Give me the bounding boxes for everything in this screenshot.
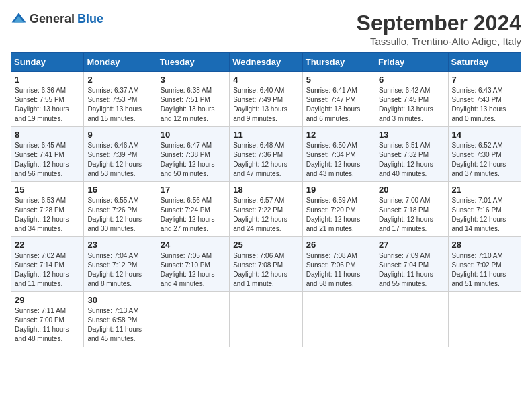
header-day-saturday: Saturday xyxy=(448,53,521,72)
day-number: 12 xyxy=(306,130,371,140)
week-row-2: 8Sunrise: 6:45 AMSunset: 7:41 PMDaylight… xyxy=(11,127,521,182)
cell-sun-info: Sunrise: 6:43 AMSunset: 7:43 PMDaylight:… xyxy=(452,86,517,124)
header-day-thursday: Thursday xyxy=(302,53,375,72)
cell-sun-info: Sunrise: 6:37 AMSunset: 7:53 PMDaylight:… xyxy=(87,86,152,124)
calendar-cell xyxy=(157,292,229,347)
calendar-cell: 19Sunrise: 6:59 AMSunset: 7:20 PMDayligh… xyxy=(302,182,375,237)
header-day-wednesday: Wednesday xyxy=(230,53,302,72)
calendar-cell: 13Sunrise: 6:51 AMSunset: 7:32 PMDayligh… xyxy=(375,127,448,182)
calendar-cell: 29Sunrise: 7:11 AMSunset: 7:00 PMDayligh… xyxy=(11,292,84,347)
month-title: September 2024 xyxy=(357,11,521,36)
day-number: 29 xyxy=(15,295,80,305)
day-number: 8 xyxy=(15,130,80,140)
day-number: 15 xyxy=(15,185,80,195)
title-area: September 2024 Tassullo, Trentino-Alto A… xyxy=(357,11,521,47)
day-number: 7 xyxy=(452,75,517,85)
day-number: 4 xyxy=(233,75,298,85)
day-number: 6 xyxy=(379,75,444,85)
day-number: 3 xyxy=(161,75,226,85)
calendar-cell: 18Sunrise: 6:57 AMSunset: 7:22 PMDayligh… xyxy=(230,182,302,237)
cell-sun-info: Sunrise: 6:46 AMSunset: 7:39 PMDaylight:… xyxy=(87,141,152,179)
week-row-4: 22Sunrise: 7:02 AMSunset: 7:14 PMDayligh… xyxy=(11,237,521,292)
calendar-cell: 22Sunrise: 7:02 AMSunset: 7:14 PMDayligh… xyxy=(11,237,84,292)
calendar-cell: 30Sunrise: 7:13 AMSunset: 6:58 PMDayligh… xyxy=(84,292,157,347)
cell-sun-info: Sunrise: 7:01 AMSunset: 7:16 PMDaylight:… xyxy=(452,196,517,234)
day-number: 27 xyxy=(379,240,444,250)
calendar-cell: 9Sunrise: 6:46 AMSunset: 7:39 PMDaylight… xyxy=(84,127,157,182)
calendar-cell: 3Sunrise: 6:38 AMSunset: 7:51 PMDaylight… xyxy=(157,72,229,127)
cell-sun-info: Sunrise: 7:11 AMSunset: 7:00 PMDaylight:… xyxy=(15,306,80,344)
calendar-cell: 23Sunrise: 7:04 AMSunset: 7:12 PMDayligh… xyxy=(84,237,157,292)
cell-sun-info: Sunrise: 6:45 AMSunset: 7:41 PMDaylight:… xyxy=(15,141,80,179)
cell-sun-info: Sunrise: 6:59 AMSunset: 7:20 PMDaylight:… xyxy=(306,196,371,234)
header: GeneralBlue September 2024 Tassullo, Tre… xyxy=(11,11,521,47)
calendar-table: SundayMondayTuesdayWednesdayThursdayFrid… xyxy=(11,52,521,347)
calendar-cell: 11Sunrise: 6:48 AMSunset: 7:36 PMDayligh… xyxy=(230,127,302,182)
cell-sun-info: Sunrise: 6:41 AMSunset: 7:47 PMDaylight:… xyxy=(306,86,371,124)
day-number: 19 xyxy=(306,185,371,195)
calendar-cell: 7Sunrise: 6:43 AMSunset: 7:43 PMDaylight… xyxy=(448,72,521,127)
day-number: 26 xyxy=(306,240,371,250)
cell-sun-info: Sunrise: 6:36 AMSunset: 7:55 PMDaylight:… xyxy=(15,86,80,124)
calendar-cell xyxy=(230,292,302,347)
cell-sun-info: Sunrise: 6:38 AMSunset: 7:51 PMDaylight:… xyxy=(161,86,226,124)
cell-sun-info: Sunrise: 6:53 AMSunset: 7:28 PMDaylight:… xyxy=(15,196,80,234)
day-number: 5 xyxy=(306,75,371,85)
day-number: 25 xyxy=(233,240,298,250)
logo-text-blue: Blue xyxy=(77,12,103,26)
calendar-cell: 6Sunrise: 6:42 AMSunset: 7:45 PMDaylight… xyxy=(375,72,448,127)
logo: GeneralBlue xyxy=(11,11,103,27)
location-subtitle: Tassullo, Trentino-Alto Adige, Italy xyxy=(357,36,521,47)
calendar-cell: 4Sunrise: 6:40 AMSunset: 7:49 PMDaylight… xyxy=(230,72,302,127)
cell-sun-info: Sunrise: 6:42 AMSunset: 7:45 PMDaylight:… xyxy=(379,86,444,124)
calendar-cell: 16Sunrise: 6:55 AMSunset: 7:26 PMDayligh… xyxy=(84,182,157,237)
header-day-tuesday: Tuesday xyxy=(157,53,229,72)
cell-sun-info: Sunrise: 7:06 AMSunset: 7:08 PMDaylight:… xyxy=(233,251,298,289)
day-number: 11 xyxy=(233,130,298,140)
calendar-cell: 8Sunrise: 6:45 AMSunset: 7:41 PMDaylight… xyxy=(11,127,84,182)
cell-sun-info: Sunrise: 6:47 AMSunset: 7:38 PMDaylight:… xyxy=(161,141,226,179)
cell-sun-info: Sunrise: 6:40 AMSunset: 7:49 PMDaylight:… xyxy=(233,86,298,124)
calendar-cell: 5Sunrise: 6:41 AMSunset: 7:47 PMDaylight… xyxy=(302,72,375,127)
cell-sun-info: Sunrise: 6:48 AMSunset: 7:36 PMDaylight:… xyxy=(233,141,298,179)
header-day-friday: Friday xyxy=(375,53,448,72)
header-day-sunday: Sunday xyxy=(11,53,84,72)
cell-sun-info: Sunrise: 7:13 AMSunset: 6:58 PMDaylight:… xyxy=(87,306,152,344)
calendar-cell: 27Sunrise: 7:09 AMSunset: 7:04 PMDayligh… xyxy=(375,237,448,292)
day-number: 14 xyxy=(452,130,517,140)
cell-sun-info: Sunrise: 7:00 AMSunset: 7:18 PMDaylight:… xyxy=(379,196,444,234)
cell-sun-info: Sunrise: 7:05 AMSunset: 7:10 PMDaylight:… xyxy=(161,251,226,289)
logo-icon xyxy=(11,11,27,27)
day-number: 20 xyxy=(379,185,444,195)
day-number: 2 xyxy=(87,75,152,85)
calendar-cell: 10Sunrise: 6:47 AMSunset: 7:38 PMDayligh… xyxy=(157,127,229,182)
day-number: 23 xyxy=(87,240,152,250)
header-day-monday: Monday xyxy=(84,53,157,72)
day-number: 13 xyxy=(379,130,444,140)
week-row-1: 1Sunrise: 6:36 AMSunset: 7:55 PMDaylight… xyxy=(11,72,521,127)
day-number: 21 xyxy=(452,185,517,195)
calendar-cell: 14Sunrise: 6:52 AMSunset: 7:30 PMDayligh… xyxy=(448,127,521,182)
calendar-cell: 17Sunrise: 6:56 AMSunset: 7:24 PMDayligh… xyxy=(157,182,229,237)
calendar-cell: 28Sunrise: 7:10 AMSunset: 7:02 PMDayligh… xyxy=(448,237,521,292)
week-row-3: 15Sunrise: 6:53 AMSunset: 7:28 PMDayligh… xyxy=(11,182,521,237)
day-number: 22 xyxy=(15,240,80,250)
day-number: 24 xyxy=(161,240,226,250)
day-number: 16 xyxy=(87,185,152,195)
cell-sun-info: Sunrise: 7:02 AMSunset: 7:14 PMDaylight:… xyxy=(15,251,80,289)
header-row: SundayMondayTuesdayWednesdayThursdayFrid… xyxy=(11,53,521,72)
calendar-cell: 26Sunrise: 7:08 AMSunset: 7:06 PMDayligh… xyxy=(302,237,375,292)
day-number: 9 xyxy=(87,130,152,140)
cell-sun-info: Sunrise: 7:10 AMSunset: 7:02 PMDaylight:… xyxy=(452,251,517,289)
logo-text-general: General xyxy=(30,12,75,26)
calendar-cell: 21Sunrise: 7:01 AMSunset: 7:16 PMDayligh… xyxy=(448,182,521,237)
cell-sun-info: Sunrise: 7:08 AMSunset: 7:06 PMDaylight:… xyxy=(306,251,371,289)
cell-sun-info: Sunrise: 6:51 AMSunset: 7:32 PMDaylight:… xyxy=(379,141,444,179)
day-number: 28 xyxy=(452,240,517,250)
calendar-cell xyxy=(302,292,375,347)
cell-sun-info: Sunrise: 7:09 AMSunset: 7:04 PMDaylight:… xyxy=(379,251,444,289)
cell-sun-info: Sunrise: 6:57 AMSunset: 7:22 PMDaylight:… xyxy=(233,196,298,234)
cell-sun-info: Sunrise: 6:52 AMSunset: 7:30 PMDaylight:… xyxy=(452,141,517,179)
cell-sun-info: Sunrise: 6:56 AMSunset: 7:24 PMDaylight:… xyxy=(161,196,226,234)
day-number: 30 xyxy=(87,295,152,305)
